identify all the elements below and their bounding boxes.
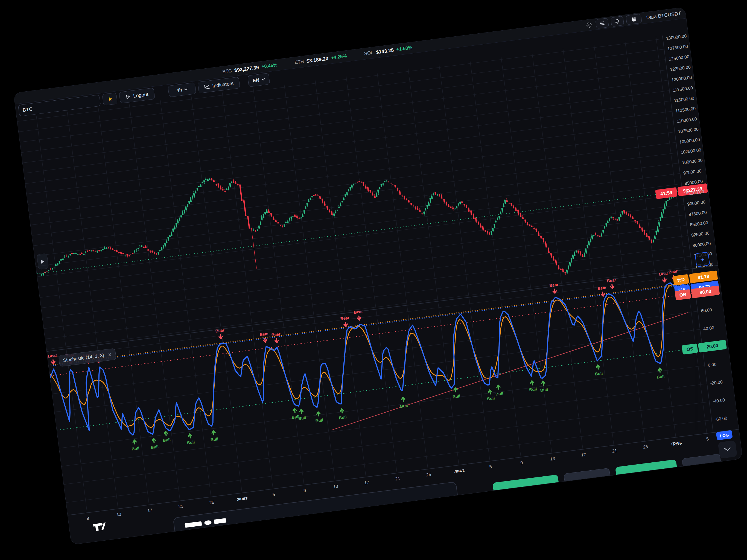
d-line <box>48 283 694 441</box>
candle-body <box>587 245 588 248</box>
pie-chart-icon[interactable] <box>626 14 642 25</box>
indicators-label: Indicators <box>212 80 234 89</box>
bull-label: Bull <box>131 446 139 451</box>
time-axis-label: 17 <box>581 452 586 457</box>
candle-body <box>62 258 63 260</box>
candle-body <box>386 182 387 182</box>
bell-icon[interactable] <box>611 16 624 27</box>
candle-body <box>470 210 472 215</box>
favorite-star-icon[interactable]: ★ <box>102 93 118 105</box>
candle-body <box>222 189 224 190</box>
candle-body <box>458 203 459 205</box>
candle-body <box>369 190 371 193</box>
candle-body <box>156 253 157 255</box>
candle-body <box>164 244 166 246</box>
candle-body <box>613 217 614 219</box>
candle-body <box>392 184 394 184</box>
collapse-panel-button[interactable] <box>718 440 737 459</box>
candle-body <box>524 220 526 222</box>
candle-body <box>590 239 591 243</box>
candle-body <box>203 180 205 182</box>
candle-body <box>161 247 162 251</box>
price-axis-label: 117500.00 <box>672 85 693 93</box>
grid-line-horizontal <box>61 384 707 466</box>
language-value: EN <box>252 77 260 84</box>
candle-body <box>497 218 498 220</box>
grid-line-vertical <box>36 116 87 513</box>
candle-body <box>653 240 654 242</box>
grid-lines <box>17 35 713 515</box>
indicator-axis-label: 60.00 <box>701 307 712 313</box>
timeframe-select[interactable]: 4h <box>168 82 196 97</box>
candle-body <box>176 223 177 227</box>
candle-body <box>315 194 316 196</box>
candle-body <box>87 251 88 252</box>
candle-wick <box>413 204 413 206</box>
replay-play-button[interactable] <box>36 253 49 270</box>
candle-body <box>626 212 627 214</box>
bull-label: Bull <box>529 387 537 392</box>
candle-body <box>185 206 187 210</box>
candle-body <box>404 196 405 199</box>
candle-body <box>394 185 396 187</box>
candle-body <box>623 210 625 213</box>
theme-sun-icon[interactable] <box>585 20 594 30</box>
candle-wick <box>80 253 80 255</box>
time-axis-label: 17 <box>364 480 369 485</box>
bull-label: Bull <box>595 371 603 376</box>
candle-body <box>95 251 96 252</box>
candle-body <box>630 215 632 218</box>
k-price-line <box>49 284 694 366</box>
bottom-sheet-partial-text <box>185 518 226 528</box>
grid-line-vertical <box>532 52 583 449</box>
grid-line-vertical <box>222 92 273 489</box>
candle-body <box>100 250 102 251</box>
candle-body <box>358 181 360 182</box>
candle-body <box>641 228 643 231</box>
bear-arrow-icon <box>610 284 614 289</box>
tradingview-logo[interactable] <box>93 521 107 533</box>
candle-body <box>350 187 351 189</box>
candle-body <box>575 251 577 252</box>
candle-body <box>114 250 115 251</box>
candle-body <box>64 257 66 258</box>
candle-body <box>504 200 506 204</box>
grid-line-horizontal <box>52 311 698 394</box>
candle-body <box>134 251 135 253</box>
grid-line-vertical <box>253 88 304 485</box>
candle-body <box>237 184 238 185</box>
candle-body <box>621 211 623 214</box>
ticker-symbol: ETH <box>294 59 304 65</box>
candle-body <box>48 270 49 271</box>
candle-body <box>132 253 133 254</box>
candle-body <box>433 193 434 194</box>
language-select[interactable]: EN <box>248 73 270 87</box>
candle-body <box>120 252 122 254</box>
candle-body <box>205 179 206 180</box>
candle-body <box>220 186 222 189</box>
bear-arrow-icon <box>663 278 666 282</box>
chevron-down-icon <box>184 88 187 91</box>
add-alert-plus-button[interactable]: + <box>695 252 710 267</box>
candle-body <box>540 236 542 239</box>
grid-line-horizontal <box>28 122 673 204</box>
close-icon[interactable]: ✕ <box>107 352 112 358</box>
candle-body <box>83 254 84 255</box>
candle-body <box>122 253 124 254</box>
candle-body <box>75 253 77 254</box>
candle-body <box>97 251 98 252</box>
grid-line-vertical <box>284 84 335 481</box>
candle-body <box>326 206 328 210</box>
time-axis-label: 9 <box>520 460 523 465</box>
candle-body <box>568 265 569 269</box>
indicator-axis-label: 40.00 <box>703 325 715 331</box>
menu-icon[interactable] <box>595 18 609 29</box>
price-axis-label: 112500.00 <box>675 106 696 113</box>
grid-line-horizontal <box>59 365 705 448</box>
candle-body <box>597 235 598 236</box>
price-axis[interactable]: 130000.00127500.00125000.00122500.001200… <box>666 34 736 422</box>
candle-body <box>429 198 431 203</box>
time-axis[interactable]: 913172125жовт.5913172125лист.5913172125г… <box>86 436 709 520</box>
bull-label: Bull <box>400 403 408 408</box>
candle-body <box>81 253 83 254</box>
